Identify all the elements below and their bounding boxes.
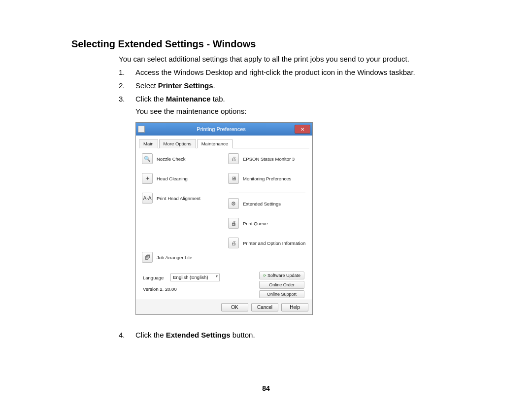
maintenance-left-column: 🔍 Nozzle Check ✦ Head Cleaning A·A Print… xyxy=(139,151,224,272)
nozzle-check-button[interactable]: 🔍 Nozzle Check xyxy=(142,153,221,164)
cancel-button[interactable]: Cancel xyxy=(251,303,278,311)
magnifier-icon: 🔍 xyxy=(142,153,153,164)
step-4-pre: Click the xyxy=(135,331,166,339)
head-cleaning-label: Head Cleaning xyxy=(157,176,188,181)
printer-option-info-label: Printer and Option Information xyxy=(243,240,305,246)
step-2-bold: Printer Settings xyxy=(158,81,213,90)
step-number: 2. xyxy=(119,80,125,91)
extended-settings-label: Extended Settings xyxy=(243,201,281,206)
print-queue-label: Print Queue xyxy=(243,221,268,226)
printing-preferences-dialog: Printing Preferences ✕ Main More Options… xyxy=(135,122,313,315)
step-number: 3. xyxy=(119,94,125,104)
step-number: 4. xyxy=(119,330,125,340)
window-system-icon xyxy=(138,126,145,133)
nozzle-check-label: Nozzle Check xyxy=(157,156,186,162)
step-2-pre: Select xyxy=(135,81,158,90)
step-2-post: . xyxy=(213,81,215,90)
spray-icon: ✦ xyxy=(142,173,153,184)
monitoring-preferences-label: Monitoring Preferences xyxy=(243,176,291,181)
settings-icon: ⚙ xyxy=(228,198,239,209)
status-monitor-button[interactable]: 🖨 EPSON Status Monitor 3 xyxy=(228,153,306,164)
print-head-alignment-label: Print Head Alignment xyxy=(157,196,200,201)
online-support-button[interactable]: Online Support xyxy=(259,290,304,298)
language-select[interactable]: English (English) xyxy=(170,274,220,281)
step-3-followup: You see the maintenance options: xyxy=(135,107,461,115)
tab-maintenance[interactable]: Maintenance xyxy=(197,139,233,148)
queue-icon: 🖨 xyxy=(228,218,239,229)
print-queue-button[interactable]: 🖨 Print Queue xyxy=(228,218,306,229)
step-1: 1. Access the Windows Desktop and right-… xyxy=(119,67,461,77)
alignment-icon: A·A xyxy=(142,193,153,204)
page-number: 84 xyxy=(0,384,532,392)
extended-settings-button[interactable]: ⚙ Extended Settings xyxy=(228,198,306,209)
job-arranger-label: Job Arranger Lite xyxy=(157,255,192,260)
step-3-bold: Maintenance xyxy=(166,95,211,103)
job-arranger-button[interactable]: 🗐 Job Arranger Lite xyxy=(142,252,221,263)
step-3-post: tab. xyxy=(211,95,225,103)
step-3-pre: Click the xyxy=(135,95,166,103)
dialog-body: Main More Options Maintenance 🔍 Nozzle C… xyxy=(136,136,312,300)
info-icon: 🖨 xyxy=(228,238,239,248)
step-4-bold: Extended Settings xyxy=(166,331,231,339)
dialog-footer: OK Cancel Help xyxy=(136,300,312,314)
monitoring-preferences-button[interactable]: 🖥 Monitoring Preferences xyxy=(228,173,306,184)
language-label: Language xyxy=(143,275,164,280)
job-arranger-icon: 🗐 xyxy=(142,252,153,263)
dialog-title: Printing Preferences xyxy=(148,126,295,132)
head-cleaning-button[interactable]: ✦ Head Cleaning xyxy=(142,173,221,184)
dialog-screenshot: Printing Preferences ✕ Main More Options… xyxy=(135,122,461,315)
help-button[interactable]: Help xyxy=(281,303,308,311)
printer-icon: 🖨 xyxy=(228,153,239,164)
dialog-tabs: Main More Options Maintenance xyxy=(139,137,309,148)
version-text: Version 2. 20.00 xyxy=(139,283,259,297)
intro-text: You can select additional settings that … xyxy=(119,55,461,63)
maintenance-right-column: 🖨 EPSON Status Monitor 3 🖥 Monitoring Pr… xyxy=(224,151,309,272)
update-icon: ⟳ xyxy=(263,274,266,278)
online-order-button[interactable]: Online Order xyxy=(259,281,304,289)
printer-option-info-button[interactable]: 🖨 Printer and Option Information xyxy=(228,238,306,248)
language-row: Language English (English) xyxy=(139,272,259,283)
print-head-alignment-button[interactable]: A·A Print Head Alignment xyxy=(142,193,221,204)
software-update-label: Software Update xyxy=(267,273,300,278)
ok-button[interactable]: OK xyxy=(221,303,248,311)
step-1-text: Access the Windows Desktop and right-cli… xyxy=(135,68,415,76)
software-update-button[interactable]: ⟳Software Update xyxy=(259,272,304,279)
step-number: 1. xyxy=(119,67,125,77)
close-button[interactable]: ✕ xyxy=(295,125,310,134)
tab-more-options[interactable]: More Options xyxy=(159,139,196,148)
step-3: 3. Click the Maintenance tab. xyxy=(119,94,461,104)
dialog-titlebar: Printing Preferences ✕ xyxy=(136,123,312,136)
step-2: 2. Select Printer Settings. xyxy=(119,80,461,91)
step-4-post: button. xyxy=(231,331,255,339)
tab-main[interactable]: Main xyxy=(139,139,158,148)
divider xyxy=(229,193,305,193)
step-4: 4. Click the Extended Settings button. xyxy=(119,330,461,340)
monitoring-icon: 🖥 xyxy=(228,173,239,184)
status-monitor-label: EPSON Status Monitor 3 xyxy=(243,156,295,162)
page-heading: Selecting Extended Settings - Windows xyxy=(71,38,461,50)
